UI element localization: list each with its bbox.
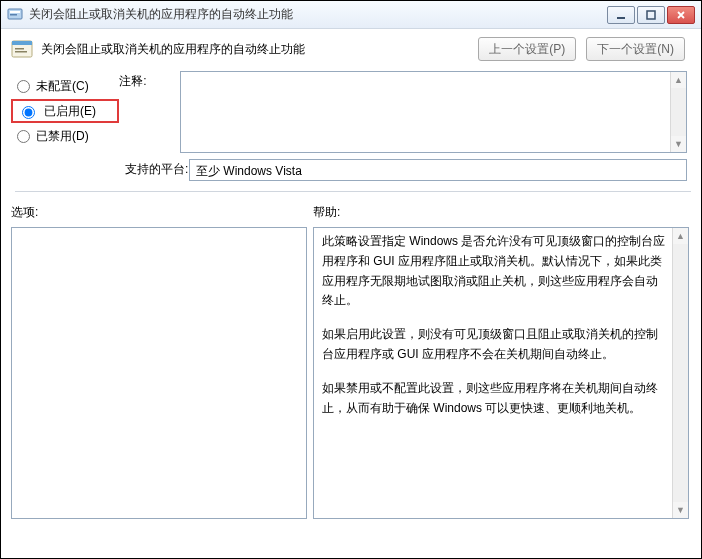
- lower-panels: 此策略设置指定 Windows 是否允许没有可见顶级窗口的控制台应用程序和 GU…: [1, 227, 701, 519]
- minimize-button[interactable]: [607, 6, 635, 24]
- comment-label: 注释:: [119, 73, 180, 90]
- svg-rect-8: [15, 51, 27, 53]
- radio-label-not-configured: 未配置(C): [36, 78, 89, 95]
- close-button[interactable]: [667, 6, 695, 24]
- state-radio-group: 未配置(C) 已启用(E) 已禁用(D): [15, 71, 119, 149]
- comment-scrollbar[interactable]: ▲ ▼: [670, 72, 686, 152]
- comment-textarea[interactable]: ▲ ▼: [180, 71, 687, 153]
- radio-label-enabled: 已启用(E): [44, 103, 96, 120]
- maximize-button[interactable]: [637, 6, 665, 24]
- divider: [15, 191, 691, 192]
- prev-setting-button[interactable]: 上一个设置(P): [478, 37, 576, 61]
- config-area: 未配置(C) 已启用(E) 已禁用(D) 注释: ▲ ▼: [1, 67, 701, 198]
- svg-rect-3: [617, 17, 625, 19]
- app-icon: [7, 7, 23, 23]
- policy-header: 关闭会阻止或取消关机的应用程序的自动终止功能 上一个设置(P) 下一个设置(N): [1, 29, 701, 67]
- supported-on-field[interactable]: 至少 Windows Vista: [189, 159, 687, 181]
- radio-disabled[interactable]: 已禁用(D): [15, 123, 119, 149]
- scroll-up-icon[interactable]: ▲: [671, 72, 686, 88]
- radio-input-enabled[interactable]: [22, 106, 35, 119]
- policy-icon: [11, 38, 33, 60]
- help-paragraph-3: 如果禁用或不配置此设置，则这些应用程序将在关机期间自动终止，从而有助于确保 Wi…: [322, 379, 682, 419]
- window-controls: [607, 6, 695, 24]
- svg-rect-4: [647, 11, 655, 19]
- svg-rect-6: [12, 41, 32, 45]
- help-label: 帮助:: [313, 204, 340, 221]
- prev-setting-label: 上一个设置(P): [489, 41, 565, 58]
- title-bar: 关闭会阻止或取消关机的应用程序的自动终止功能: [1, 1, 701, 29]
- scroll-down-icon[interactable]: ▼: [671, 136, 686, 152]
- svg-rect-2: [10, 14, 17, 16]
- radio-label-disabled: 已禁用(D): [36, 128, 89, 145]
- scroll-up-icon[interactable]: ▲: [673, 228, 688, 244]
- highlight-enabled: 已启用(E): [11, 99, 119, 123]
- options-label: 选项:: [11, 204, 313, 221]
- help-paragraph-1: 此策略设置指定 Windows 是否允许没有可见顶级窗口的控制台应用程序和 GU…: [322, 232, 682, 311]
- scroll-down-icon[interactable]: ▼: [673, 502, 688, 518]
- radio-not-configured[interactable]: 未配置(C): [15, 73, 119, 99]
- window-title: 关闭会阻止或取消关机的应用程序的自动终止功能: [29, 6, 607, 23]
- radio-input-disabled[interactable]: [17, 130, 30, 143]
- panel-labels: 选项: 帮助:: [1, 204, 701, 221]
- help-scrollbar[interactable]: ▲ ▼: [672, 228, 688, 518]
- svg-rect-1: [10, 11, 20, 13]
- help-paragraph-2: 如果启用此设置，则没有可见顶级窗口且阻止或取消关机的控制台应用程序或 GUI 应…: [322, 325, 682, 365]
- svg-rect-7: [15, 48, 24, 50]
- options-panel: [11, 227, 307, 519]
- policy-title: 关闭会阻止或取消关机的应用程序的自动终止功能: [41, 41, 470, 58]
- supported-on-label: 支持的平台:: [125, 161, 189, 178]
- next-setting-label: 下一个设置(N): [597, 41, 674, 58]
- radio-input-not-configured[interactable]: [17, 80, 30, 93]
- help-panel: 此策略设置指定 Windows 是否允许没有可见顶级窗口的控制台应用程序和 GU…: [313, 227, 689, 519]
- next-setting-button[interactable]: 下一个设置(N): [586, 37, 685, 61]
- supported-on-value: 至少 Windows Vista: [196, 164, 302, 178]
